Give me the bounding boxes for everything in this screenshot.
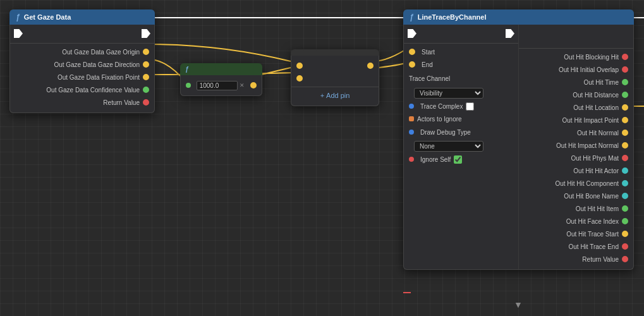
out-trace-start-label: Out Hit Trace Start [566, 231, 619, 238]
out-impact-normal-pin[interactable] [622, 142, 628, 149]
add-in1[interactable] [296, 63, 303, 69]
out-location-label: Out Hit Location [573, 104, 619, 111]
trace-channel-select-row: Visibility Camera [404, 86, 518, 100]
out-normal-pin[interactable] [622, 130, 628, 136]
out-normal-row: Out Hit Normal [519, 126, 633, 139]
out-impact-row: Out Hit Impact Point [519, 114, 633, 126]
add-header [291, 49, 379, 56]
trace-header: ƒ LineTraceByChannel [403, 9, 634, 25]
out-trace-start-row: Out Hit Trace Start [519, 228, 633, 240]
pin-direction[interactable] [143, 61, 149, 68]
out-time-pin[interactable] [622, 79, 628, 85]
debug-type-select[interactable]: None ForOneFrame ForDuration Persistent [414, 141, 483, 152]
out-face-label: Out Hit Face Index [566, 218, 619, 225]
pin-label-return-gaze: Return Value [103, 99, 140, 106]
out-actor-pin[interactable] [622, 167, 628, 174]
out-trace-end-pin[interactable] [622, 243, 628, 250]
pin-row-origin: Out Gaze Data Gaze Origin [10, 46, 154, 58]
gaze-body: Out Gaze Data Gaze Origin Out Gaze Data … [9, 25, 155, 113]
pin-return-gaze[interactable] [143, 99, 149, 106]
trace-right-col: Out Hit Blocking Hit Out Hit Initial Ove… [519, 25, 633, 269]
add-in2[interactable] [296, 75, 303, 82]
out-item-row: Out Hit Hit Item [519, 202, 633, 215]
pin-row-confidence: Out Gaze Data Confidence Value [10, 83, 154, 96]
debug-type-select-row: None ForOneFrame ForDuration Persistent [404, 139, 518, 153]
out-bone-pin[interactable] [622, 193, 628, 199]
out-location-row: Out Hit Location [519, 101, 633, 114]
out-impact-normal-label: Out Hit Impact Normal [556, 142, 619, 149]
trace-channel-row: Trace Channel [404, 71, 518, 86]
out-actor-label: Out Hit Hit Actor [573, 167, 619, 174]
math-row: ✕ [181, 79, 262, 92]
trace-exec-in[interactable] [408, 29, 416, 38]
ignore-self-row: Ignore Self [404, 153, 518, 166]
ignore-self-checkbox[interactable] [454, 155, 462, 164]
out-distance-pin[interactable] [622, 92, 628, 98]
trace-complex-label: Trace Complex [420, 103, 463, 110]
out-trace-start-pin[interactable] [622, 231, 628, 237]
math-close[interactable]: ✕ [240, 82, 245, 88]
node-math: ƒ ✕ [180, 63, 262, 96]
out-blocking-pin[interactable] [622, 54, 628, 60]
trace-end-pin[interactable] [409, 61, 415, 68]
pin-origin[interactable] [143, 49, 149, 55]
out-initial-pin[interactable] [622, 66, 628, 73]
trace-fn-icon: ƒ [410, 13, 414, 21]
out-bone-label: Out Hit Bone Name [564, 193, 619, 200]
add-body: + Add pin [291, 56, 379, 106]
out-item-pin[interactable] [622, 205, 628, 212]
scroll-down-arrow[interactable]: ▼ [514, 300, 523, 310]
out-phys-mat-pin[interactable] [622, 155, 628, 161]
add-row2 [291, 72, 379, 85]
pin-row-return: Return Value [10, 96, 154, 109]
pin-row-direction: Out Gaze Data Gaze Direction [10, 58, 154, 71]
actors-pin[interactable] [409, 116, 414, 121]
out-bone-row: Out Hit Bone Name [519, 190, 633, 202]
out-item-label: Out Hit Hit Item [576, 205, 619, 212]
out-face-row: Out Hit Face Index [519, 215, 633, 228]
pin-fixation[interactable] [143, 74, 149, 80]
ignore-self-pin[interactable] [409, 157, 414, 162]
out-impact-label: Out Hit Impact Point [562, 117, 619, 124]
debug-type-row: Draw Debug Type [404, 125, 518, 139]
trace-complex-checkbox[interactable] [466, 102, 474, 111]
node-add: + Add pin [291, 49, 379, 106]
exec-out-pin[interactable] [142, 29, 150, 38]
math-in-pin[interactable] [186, 83, 191, 88]
ignore-self-label: Ignore Self [420, 156, 451, 163]
out-return-label: Return Value [582, 256, 619, 263]
out-location-pin[interactable] [622, 104, 628, 111]
out-time-row: Out Hit Time [519, 76, 633, 88]
add-pin-button[interactable]: + Add pin [320, 92, 350, 99]
out-trace-end-label: Out Hit Trace End [569, 243, 619, 250]
exec-in-pin[interactable] [14, 29, 23, 38]
trace-channel-select[interactable]: Visibility Camera [414, 88, 483, 99]
actors-ignore-row: Actors to Ignore [404, 112, 518, 125]
trace-start-pin[interactable] [409, 49, 415, 55]
add-out1[interactable] [367, 63, 374, 69]
trace-complex-row: Trace Complex [404, 100, 518, 112]
out-distance-label: Out Hit Distance [573, 92, 619, 99]
out-initial-label: Out Hit Initial Overlap [559, 66, 619, 73]
exec-row [10, 28, 154, 41]
pin-confidence[interactable] [143, 87, 149, 93]
out-normal-label: Out Hit Normal [577, 130, 619, 137]
out-return-pin[interactable] [622, 256, 628, 262]
math-value-input[interactable] [197, 81, 238, 90]
debug-type-pin[interactable] [409, 130, 414, 135]
math-out-pin[interactable] [250, 82, 257, 88]
node-trace: ƒ LineTraceByChannel Start [403, 9, 634, 270]
math-header: ƒ [180, 63, 262, 75]
out-trace-end-row: Out Hit Trace End [519, 240, 633, 253]
trace-complex-pin[interactable] [409, 104, 414, 109]
out-impact-pin[interactable] [622, 117, 628, 123]
trace-body: Start End Trace Channel Visibility Camer… [403, 25, 634, 270]
add-row1 [291, 59, 379, 72]
out-component-pin[interactable] [622, 180, 628, 186]
trace-exec-out[interactable] [506, 29, 514, 38]
out-blocking-row: Out Hit Blocking Hit [519, 51, 633, 63]
out-phys-mat-row: Out Hit Phys Mat [519, 152, 633, 164]
pin-label-fixation: Out Gaze Data Fixation Point [58, 74, 140, 81]
out-face-pin[interactable] [622, 218, 628, 224]
trace-channel-label: Trace Channel [409, 75, 450, 82]
